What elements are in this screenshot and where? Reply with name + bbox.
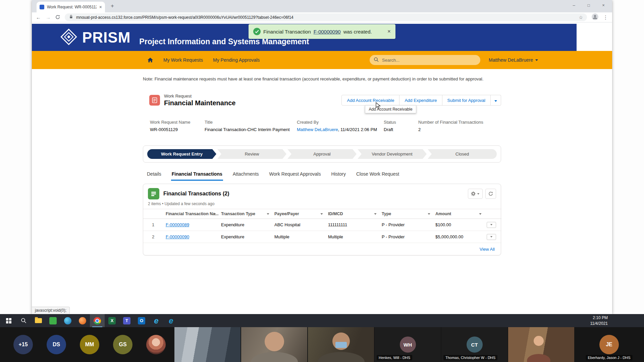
participant-tile-wh[interactable]: WH Henkes, Will - DHS <box>375 327 441 362</box>
tab-details[interactable]: Details <box>146 171 162 181</box>
view-all-link[interactable]: View All <box>480 247 495 252</box>
window-minimize-button[interactable] <box>567 0 581 11</box>
participant-video-tile[interactable] <box>241 327 307 362</box>
column-menu-icon[interactable] <box>479 213 481 215</box>
cell-payee-payer: Multiple <box>272 231 325 243</box>
transaction-link[interactable]: F-00000089 <box>166 222 189 227</box>
participant-silhouette <box>527 354 550 362</box>
row-actions-button[interactable] <box>487 234 496 240</box>
transaction-link[interactable]: F-00000090 <box>166 234 189 239</box>
participant-name-label: Henkes, Will - DHS <box>377 355 412 360</box>
column-menu-icon[interactable] <box>267 213 269 215</box>
participant-silhouette <box>318 352 365 362</box>
taskbar-app-icon-orange[interactable] <box>75 314 90 327</box>
path-stage-vendor-development[interactable]: Vendor Development <box>358 149 427 159</box>
column-menu-icon[interactable] <box>213 213 216 215</box>
cell-type: P - Provider <box>379 219 433 231</box>
column-header-transaction-type[interactable]: Transaction Type <box>218 209 272 219</box>
browser-profile-avatar[interactable] <box>592 13 598 21</box>
edge-icon[interactable] <box>164 314 178 327</box>
column-header-type[interactable]: Type <box>379 209 433 219</box>
field-label: Status <box>384 120 418 125</box>
participant-video-tile[interactable] <box>308 327 374 362</box>
work-request-page: Note: Financial maintenance requests mus… <box>32 69 612 314</box>
add-expenditure-button[interactable]: Add Expenditure <box>399 95 442 106</box>
toast-close-icon[interactable] <box>387 28 391 35</box>
taskbar-clock[interactable]: 2:10 PM 11/4/2021 <box>590 315 608 326</box>
address-bar[interactable]: mnouat-prd-access.cs132.force.com/PRISM/… <box>65 13 587 21</box>
browser-menu-icon[interactable] <box>603 14 608 20</box>
browser-tab[interactable]: Work Request: WR-00051129 <box>37 2 105 12</box>
add-account-receivable-button[interactable]: Add Account Receivable <box>341 95 399 106</box>
financial-transactions-icon <box>148 188 159 199</box>
column-header-financial-transaction-name[interactable]: Financial Transaction Na... <box>163 209 218 219</box>
tab-close-icon[interactable] <box>99 5 102 9</box>
progress-path: Work Request Entry Review Approval Vendo… <box>143 145 501 163</box>
participants-overflow-badge[interactable]: +15 <box>13 335 33 354</box>
participant-avatar[interactable]: DS <box>47 335 66 354</box>
bookmark-star-icon[interactable] <box>579 15 583 20</box>
face-mask <box>335 342 347 348</box>
created-by-link[interactable]: Matthew DeLaBruere <box>297 127 338 132</box>
teams-icon[interactable] <box>119 314 134 327</box>
financial-transactions-card: Financial Transactions (2) <box>143 184 501 255</box>
taskbar-app-icon-green[interactable] <box>46 314 60 327</box>
column-menu-icon[interactable] <box>374 213 376 215</box>
tab-financial-transactions[interactable]: Financial Transactions <box>171 171 223 181</box>
cell-payee-payer: ABC Hospital <box>272 219 325 231</box>
participant-video-tile[interactable] <box>508 327 574 362</box>
tab-attachments[interactable]: Attachments <box>232 171 260 181</box>
more-actions-button[interactable] <box>491 95 501 106</box>
column-menu-icon[interactable] <box>428 213 430 215</box>
tab-close-work-request[interactable]: Close Work Request <box>356 171 400 181</box>
cell-type: P - Provider <box>379 231 433 243</box>
work-request-icon <box>149 95 160 106</box>
participant-video-tile[interactable] <box>174 327 240 362</box>
global-search[interactable] <box>370 55 480 65</box>
column-menu-icon[interactable] <box>320 213 323 215</box>
file-explorer-icon[interactable] <box>31 314 46 327</box>
toast-record-link[interactable]: F-00000090 <box>314 29 341 35</box>
column-header-payee-payer[interactable]: Payee/Payer <box>272 209 325 219</box>
user-menu[interactable]: Matthew DeLaBruere <box>489 51 538 69</box>
participant-avatar[interactable]: GS <box>113 335 132 354</box>
home-icon[interactable] <box>147 57 153 63</box>
path-stage-review[interactable]: Review <box>217 149 286 159</box>
refresh-button[interactable] <box>485 189 496 199</box>
path-stage-approval[interactable]: Approval <box>287 149 357 159</box>
start-button[interactable] <box>1 314 16 327</box>
window-close-button[interactable] <box>596 0 611 11</box>
cell-id-mcd: Multiple <box>325 231 379 243</box>
nav-my-pending-approvals[interactable]: My Pending Approvals <box>213 57 260 63</box>
taskbar-search-icon[interactable] <box>16 314 31 327</box>
path-stage-work-request-entry[interactable]: Work Request Entry <box>147 149 216 159</box>
list-settings-button[interactable] <box>468 189 483 199</box>
browser-window: Work Request: WR-00051129 mnouat-prd-acc… <box>32 0 612 314</box>
internet-explorer-icon[interactable] <box>149 314 164 327</box>
field-label: Created By <box>297 120 384 125</box>
back-button[interactable] <box>36 15 41 20</box>
tab-work-request-approvals[interactable]: Work Request Approvals <box>269 171 322 181</box>
forward-button[interactable] <box>46 15 51 20</box>
field-label: Work Request Name <box>150 120 205 125</box>
window-maximize-button[interactable] <box>581 0 596 11</box>
chrome-icon[interactable] <box>90 314 105 327</box>
participant-tile-ct[interactable]: CT Thomas, Christopher W - DHS <box>441 327 507 362</box>
prism-logo <box>60 28 77 47</box>
taskbar-app-icon-blue[interactable] <box>60 314 75 327</box>
submit-for-approval-button[interactable]: Submit for Approval <box>442 95 491 106</box>
nav-my-work-requests[interactable]: My Work Requests <box>163 57 203 63</box>
row-actions-button[interactable] <box>487 222 496 228</box>
path-stage-closed[interactable]: Closed <box>428 149 497 159</box>
excel-icon[interactable] <box>105 314 119 327</box>
column-header-id-mcd[interactable]: ID/MCD <box>325 209 379 219</box>
new-tab-button[interactable] <box>108 2 116 10</box>
tab-history[interactable]: History <box>330 171 346 181</box>
reload-button[interactable] <box>55 15 60 20</box>
participant-tile-je[interactable]: JE Eberhardy, Jason J - DHS <box>574 327 644 362</box>
outlook-icon[interactable] <box>134 314 149 327</box>
participant-photo-avatar[interactable] <box>146 335 166 354</box>
column-header-amount[interactable]: Amount <box>433 209 484 219</box>
search-input[interactable] <box>381 57 465 63</box>
participant-avatar[interactable]: MM <box>80 335 99 354</box>
